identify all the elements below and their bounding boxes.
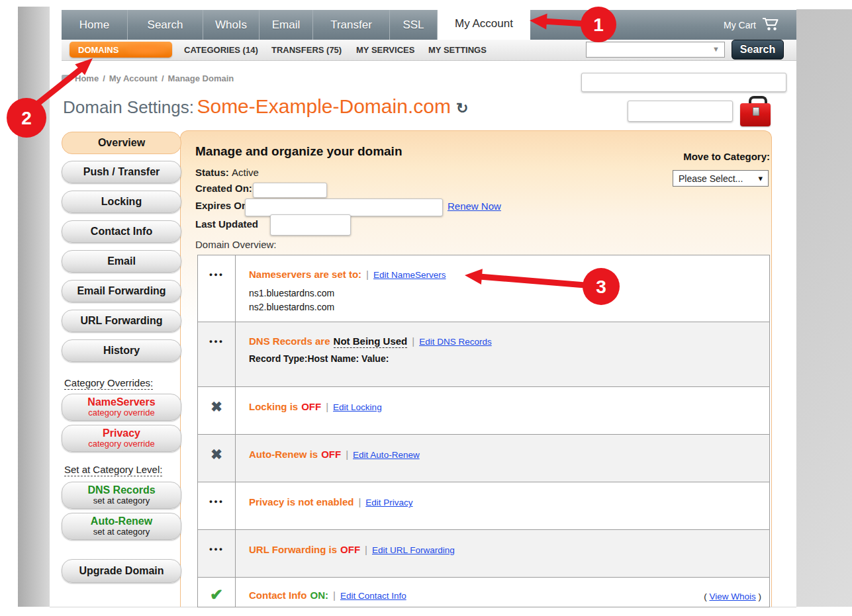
row-status: OFF [301, 401, 321, 412]
separator: | [333, 590, 336, 601]
nav-tab-ssl[interactable]: SSL [390, 10, 438, 40]
move-to-category-label: Move to Category: [683, 151, 770, 162]
set-at-category-label: Set at Category Level: [64, 464, 162, 475]
table-row-auto-renew: ✖ Auto-Renew isOFF|Edit Auto-Renew [198, 434, 769, 482]
table-row-nameservers: ●●● Nameservers are set to:|Edit NameSer… [198, 255, 769, 322]
status-line: Status: Active [195, 167, 259, 178]
row-title: DNS Records are [249, 335, 330, 347]
edit-dns-records-link[interactable]: Edit DNS Records [419, 337, 492, 347]
x-icon: ✖ [211, 447, 222, 462]
edit-locking-link[interactable]: Edit Locking [333, 402, 382, 412]
separator: | [326, 401, 328, 412]
override-title: Privacy [103, 428, 140, 439]
nav-tab-whois[interactable]: WhoIs [203, 10, 260, 40]
breadcrumb: Home / My Account / Manage Domain [62, 73, 234, 83]
domain-search-combobox[interactable]: ▼ [586, 42, 725, 58]
redacted-created-date [253, 183, 327, 198]
toolbox-latch [753, 107, 759, 116]
separator: | [358, 496, 361, 507]
my-cart-button[interactable]: My Cart [724, 10, 779, 40]
sidebar-item-email[interactable]: Email [62, 250, 181, 273]
sub-navbar: DOMAINS CATEGORIES (14) TRANSFERS (75) M… [62, 40, 796, 61]
breadcrumb-home[interactable]: Home [75, 73, 99, 83]
edit-auto-renew-link[interactable]: Edit Auto-Renew [353, 450, 420, 460]
override-subtitle: category override [88, 439, 154, 449]
redacted-field [581, 73, 786, 92]
sidebar-item-url-forwarding[interactable]: URL Forwarding [62, 310, 181, 332]
category-select[interactable]: Please Select... ▾ [673, 170, 769, 187]
search-button[interactable]: Search [732, 40, 784, 60]
edit-contact-info-link[interactable]: Edit Contact Info [340, 591, 406, 601]
sidebar-item-privacy-override[interactable]: Privacy category override [62, 425, 181, 452]
nav-tab-home[interactable]: Home [62, 10, 128, 40]
dots-icon: ●●● [209, 546, 224, 552]
breadcrumb-sep: / [103, 73, 105, 83]
row-status: Not Being Used [334, 335, 408, 348]
subnav-my-services[interactable]: MY SERVICES [356, 45, 414, 55]
view-whois-link[interactable]: View Whois [709, 592, 755, 601]
nav-tab-search[interactable]: Search [128, 10, 203, 40]
x-icon: ✖ [211, 399, 222, 415]
edit-privacy-link[interactable]: Edit Privacy [365, 498, 412, 507]
subnav-transfers[interactable]: TRANSFERS (75) [271, 45, 342, 55]
nameserver-list: ns1.bluestardns.com ns2.bluestardns.com [249, 286, 760, 314]
redacted-updated-date [270, 214, 351, 236]
row-title: Contact Info [249, 590, 307, 601]
upgrade-label: Upgrade Domain [79, 566, 164, 577]
subnav-domains-button[interactable]: DOMAINS [70, 42, 172, 58]
nav-tab-transfer[interactable]: Transfer [313, 10, 390, 40]
section-heading: Manage and organize your domain [195, 144, 402, 159]
nameserver-2: ns2.bluestardns.com [249, 300, 760, 314]
domain-name: Some-Example-Domain.com [197, 95, 450, 117]
sidebar-item-auto-renew-category[interactable]: Auto-Renew set at category [62, 513, 181, 540]
created-line: Created On: [195, 183, 252, 194]
category-title: DNS Records [87, 485, 155, 496]
nav-tab-my-account[interactable]: My Account [438, 8, 530, 40]
desktop-background-right [796, 9, 852, 607]
sidebar-label: Contact Info [91, 226, 152, 238]
subnav-categories[interactable]: CATEGORIES (14) [184, 45, 258, 55]
sidebar-item-email-forwarding[interactable]: Email Forwarding [62, 280, 181, 302]
subnav-my-settings[interactable]: MY SETTINGS [428, 45, 487, 55]
combobox-dropdown-icon[interactable]: ▼ [712, 45, 720, 53]
redacted-field [628, 101, 733, 122]
chevron-down-icon: ▾ [758, 173, 763, 183]
sidebar-item-nameservers-override[interactable]: NameServers category override [62, 394, 181, 421]
renew-now-link[interactable]: Renew Now [448, 200, 501, 212]
edit-nameservers-link[interactable]: Edit NameServers [373, 270, 446, 280]
check-icon: ✔ [210, 586, 223, 604]
sidebar-item-history[interactable]: History [62, 339, 181, 362]
row-status: OFF [340, 544, 360, 555]
dots-icon: ●●● [209, 498, 224, 505]
domain-overview-label: Domain Overview: [195, 239, 277, 250]
breadcrumb-my-account[interactable]: My Account [109, 73, 158, 83]
sidebar-label: Locking [101, 197, 142, 208]
toolbox-icon[interactable] [740, 95, 772, 130]
category-select-value: Please Select... [679, 173, 743, 184]
sidebar-label: History [103, 345, 140, 357]
category-subtitle: set at category [93, 527, 150, 537]
domain-overview-table: ●●● Nameservers are set to:|Edit NameSer… [197, 255, 770, 607]
breadcrumb-manage-domain: Manage Domain [168, 73, 234, 83]
row-title: Privacy is not enabled [249, 496, 354, 507]
sidebar-item-overview[interactable]: Overview [62, 132, 181, 154]
view-whois-wrap: ( View Whois ) [704, 592, 761, 601]
sidebar-item-contact-info[interactable]: Contact Info [62, 220, 181, 243]
table-row-contact-info: ✔ Contact InfoON:|Edit Contact Info ( Vi… [198, 577, 769, 607]
upgrade-domain-button[interactable]: Upgrade Domain [62, 559, 181, 583]
row-title: Auto-Renew is [249, 449, 318, 460]
table-row-privacy: ●●● Privacy is not enabled|Edit Privacy [198, 482, 769, 529]
separator: | [365, 544, 367, 555]
sidebar-item-dns-records-category[interactable]: DNS Records set at category [62, 482, 181, 509]
row-title: URL Forwarding is [249, 544, 337, 555]
sidebar-item-locking[interactable]: Locking [62, 191, 181, 213]
edit-url-forwarding-link[interactable]: Edit URL Forwarding [372, 545, 455, 555]
page-title: Domain Settings: Some-Example-Domain.com… [63, 95, 468, 118]
category-overrides-label: Category Overrides: [64, 377, 153, 388]
row-title: Locking is [249, 401, 298, 412]
sidebar-item-push-transfer[interactable]: Push / Transfer [62, 161, 181, 183]
nav-tab-email[interactable]: Email [260, 10, 313, 40]
sidebar-label: Email Forwarding [77, 286, 166, 297]
table-row-dns-records: ●●● DNS Records areNot Being Used|Edit D… [198, 322, 769, 386]
refresh-icon[interactable]: ↻ [456, 100, 468, 116]
